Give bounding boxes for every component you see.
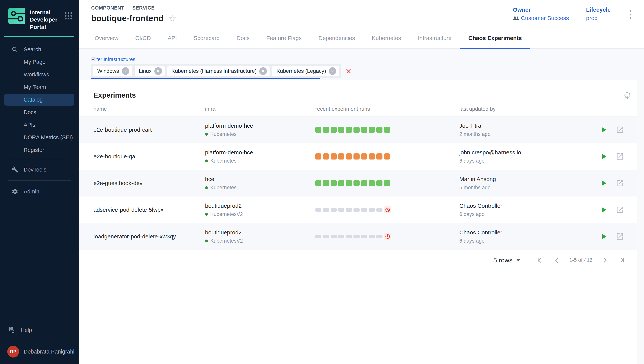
favorite-star-icon[interactable]: ☆ bbox=[168, 14, 176, 23]
run-status-square[interactable] bbox=[361, 154, 367, 160]
rows-per-page-select[interactable]: 5 rows bbox=[493, 256, 520, 264]
run-status-square[interactable] bbox=[354, 234, 360, 238]
run-experiment-button[interactable] bbox=[600, 232, 608, 240]
run-status-square[interactable] bbox=[354, 208, 360, 212]
filter-chip[interactable]: Windows bbox=[93, 66, 132, 76]
previous-page-icon[interactable] bbox=[548, 257, 565, 264]
run-status-square[interactable] bbox=[323, 208, 329, 212]
filter-input[interactable]: WindowsLinuxKubernetes (Harness Infrastr… bbox=[91, 64, 320, 79]
run-status-square[interactable] bbox=[323, 180, 329, 186]
tab-overview[interactable]: Overview bbox=[86, 28, 127, 49]
owner-link[interactable]: Customer Success bbox=[521, 15, 569, 21]
tab-api[interactable]: API bbox=[159, 28, 185, 49]
run-status-square[interactable] bbox=[369, 127, 375, 133]
table-row[interactable]: e2e-boutique-prod-cart platform-demo-hce… bbox=[79, 116, 644, 143]
run-status-square[interactable] bbox=[376, 180, 383, 186]
last-page-icon[interactable] bbox=[613, 257, 631, 264]
sidebar-item-search[interactable]: Search bbox=[4, 44, 74, 55]
run-status-square[interactable] bbox=[346, 234, 352, 238]
table-row[interactable]: loadgenerator-pod-delete-xw3qy boutiquep… bbox=[79, 223, 644, 250]
run-status-square[interactable] bbox=[315, 180, 321, 186]
sidebar-item-dora-metrics-sei-[interactable]: DORA Metrics (SEI) bbox=[4, 132, 74, 143]
run-status-square[interactable] bbox=[376, 154, 383, 160]
refresh-icon[interactable] bbox=[623, 91, 632, 100]
run-status-square[interactable] bbox=[315, 154, 321, 160]
run-status-square[interactable] bbox=[369, 154, 375, 160]
run-status-square[interactable] bbox=[369, 208, 375, 212]
apps-grid-icon[interactable] bbox=[64, 11, 73, 21]
open-external-icon[interactable] bbox=[616, 179, 624, 187]
sidebar-item-docs[interactable]: Docs bbox=[4, 106, 74, 118]
run-status-square[interactable] bbox=[346, 127, 352, 133]
sidebar-item-my-team[interactable]: My Team bbox=[4, 81, 74, 93]
tab-infrastructure[interactable]: Infrastructure bbox=[410, 28, 460, 49]
run-status-square[interactable] bbox=[331, 234, 337, 238]
run-status-square[interactable] bbox=[361, 208, 367, 212]
run-status-square[interactable] bbox=[384, 127, 390, 133]
run-status-square[interactable] bbox=[361, 127, 367, 133]
filter-chip[interactable]: Linux bbox=[135, 66, 165, 76]
run-status-square[interactable] bbox=[354, 180, 360, 186]
tab-ci-cd[interactable]: CI/CD bbox=[127, 28, 159, 49]
remove-chip-icon[interactable] bbox=[259, 67, 267, 75]
open-external-icon[interactable] bbox=[616, 232, 624, 241]
open-external-icon[interactable] bbox=[616, 126, 624, 134]
run-status-square[interactable] bbox=[369, 234, 375, 238]
run-status-square[interactable] bbox=[361, 234, 367, 238]
run-status-square[interactable] bbox=[315, 208, 321, 212]
filter-chip[interactable]: Kubernetes (Legacy) bbox=[272, 66, 339, 76]
clear-filters-icon[interactable] bbox=[345, 68, 352, 74]
table-row[interactable]: adservice-pod-delete-5lwbx boutiqueprod2… bbox=[79, 196, 644, 223]
run-status-square[interactable] bbox=[346, 180, 352, 186]
table-row[interactable]: e2e-guestbook-dev hce Kubernetes Martin … bbox=[79, 170, 644, 196]
help-button[interactable]: ? Help bbox=[0, 324, 79, 336]
run-status-square[interactable] bbox=[376, 127, 383, 133]
run-status-square[interactable] bbox=[346, 154, 352, 160]
run-status-square[interactable] bbox=[376, 208, 383, 212]
sidebar-item-admin[interactable]: Admin bbox=[4, 186, 74, 198]
scrollbar-track[interactable] bbox=[637, 80, 644, 364]
run-status-square[interactable] bbox=[331, 208, 337, 212]
run-status-square[interactable] bbox=[331, 154, 337, 160]
run-status-square[interactable] bbox=[354, 127, 360, 133]
run-status-square[interactable] bbox=[338, 234, 344, 238]
tab-kubernetes[interactable]: Kubernetes bbox=[363, 28, 409, 49]
sidebar-item-catalog[interactable]: Catalog bbox=[4, 94, 74, 106]
run-status-square[interactable] bbox=[331, 180, 337, 186]
more-options-icon[interactable] bbox=[628, 8, 633, 22]
first-page-icon[interactable] bbox=[531, 257, 548, 264]
run-status-square[interactable] bbox=[315, 127, 321, 133]
run-status-square[interactable] bbox=[338, 127, 344, 133]
run-status-square[interactable] bbox=[384, 180, 390, 186]
table-row[interactable]: e2e-boutique-qa platform-demo-hce Kubern… bbox=[79, 143, 644, 170]
run-status-square[interactable] bbox=[331, 127, 337, 133]
run-status-square[interactable] bbox=[361, 180, 367, 186]
run-experiment-button[interactable] bbox=[600, 152, 608, 160]
run-experiment-button[interactable] bbox=[600, 206, 608, 214]
run-status-square[interactable] bbox=[338, 208, 344, 212]
run-status-square[interactable] bbox=[338, 180, 344, 186]
filter-chip[interactable]: Kubernetes (Harness Infrastructure) bbox=[167, 66, 270, 76]
sidebar-item-workflows[interactable]: Workflows bbox=[4, 68, 74, 80]
open-external-icon[interactable] bbox=[616, 152, 624, 161]
tab-docs[interactable]: Docs bbox=[228, 28, 258, 49]
remove-chip-icon[interactable] bbox=[329, 67, 336, 75]
tab-scorecard[interactable]: Scorecard bbox=[185, 28, 228, 49]
user-menu[interactable]: DP Debabrata Panigrahi bbox=[0, 345, 79, 358]
run-status-square[interactable] bbox=[323, 234, 329, 238]
run-status-square[interactable] bbox=[323, 127, 329, 133]
run-experiment-button[interactable] bbox=[600, 179, 608, 187]
remove-chip-icon[interactable] bbox=[122, 67, 129, 75]
tab-dependencies[interactable]: Dependencies bbox=[310, 28, 363, 49]
run-experiment-button[interactable] bbox=[600, 126, 608, 134]
sidebar-item-register[interactable]: Register bbox=[4, 144, 74, 156]
tab-chaos-experiments[interactable]: Chaos Experiments bbox=[460, 28, 530, 49]
next-page-icon[interactable] bbox=[596, 257, 613, 264]
run-status-square[interactable] bbox=[354, 154, 360, 160]
run-status-square[interactable] bbox=[315, 234, 321, 238]
run-status-square[interactable] bbox=[376, 234, 383, 238]
run-status-square[interactable] bbox=[323, 154, 329, 160]
sidebar-item-apis[interactable]: APIs bbox=[4, 119, 74, 131]
sidebar-item-devtools[interactable]: DevTools bbox=[4, 164, 74, 176]
run-status-square[interactable] bbox=[346, 208, 352, 212]
